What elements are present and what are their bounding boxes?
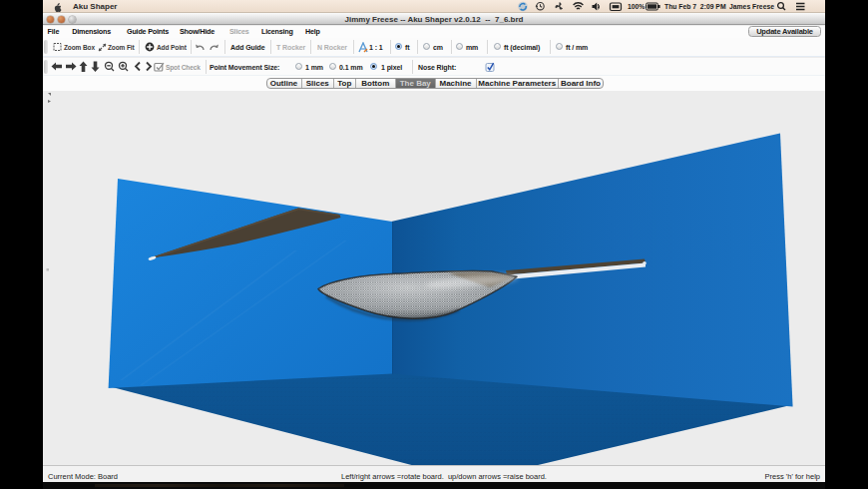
svg-text:Thu Feb 7 2:09 PM: Thu Feb 7 2:09 PM <box>664 3 726 10</box>
svg-text:James Freese: James Freese <box>729 3 774 10</box>
svg-text:100%: 100% <box>628 3 645 10</box>
